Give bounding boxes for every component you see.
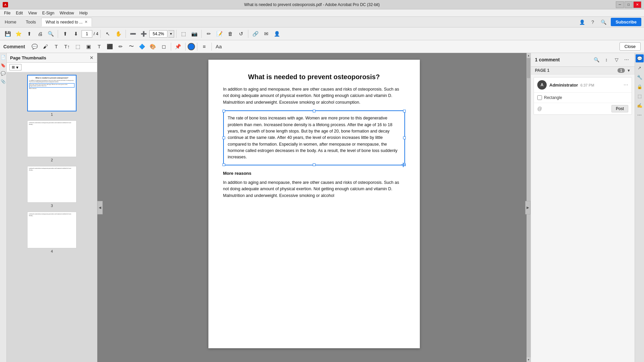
menu-file[interactable]: File [1,10,13,16]
hand-tool[interactable]: ✋ [113,29,123,39]
reply-at-icon[interactable]: @ [537,106,542,111]
shape-tool[interactable]: ⬚ [73,42,83,52]
fill-color-tool[interactable]: 🎨 [148,42,158,52]
sidebar-bookmark-icon[interactable]: 🔖 [0,62,6,68]
upload-button[interactable]: ⬆ [24,29,34,39]
zoom-input[interactable] [149,30,167,38]
freehand-tool[interactable]: 〜 [127,42,137,52]
highlight-tool[interactable]: 🖌 [41,42,51,52]
handle-top-left[interactable] [222,110,225,112]
thumbnail-page-1[interactable]: What is needed to prevent osteoporosis? … [9,75,94,116]
account-tool[interactable]: 👤 [272,29,282,39]
sticky-note-tool[interactable]: 💬 [30,42,40,52]
link-tool[interactable]: 🔗 [250,29,260,39]
annotation-tool[interactable]: 📝 [214,29,225,39]
email-tool[interactable]: ✉ [261,29,271,39]
close-button[interactable]: ✕ [633,1,641,8]
menu-esign[interactable]: E-Sign [40,10,57,16]
thumbnail-view-selector[interactable]: ⊞ ▼ [9,64,21,70]
zoom-in-button[interactable]: ➕ [139,29,149,39]
thumbnail-page-4[interactable]: continued content about osteoporosis pre… [9,212,94,253]
comments-search-icon[interactable]: 🔍 [592,56,600,64]
delete-tool[interactable]: 🗑 [225,29,235,39]
textbox-tool[interactable]: ▣ [84,42,94,52]
typewriter-tool[interactable]: T [94,42,104,52]
text-edit-tool[interactable]: ⬛ [105,42,115,52]
pencil-tool[interactable]: ✏ [116,42,126,52]
color-picker[interactable] [188,43,195,50]
subscribe-button[interactable]: Subscribe [611,18,641,26]
handle-top-right[interactable] [403,110,406,112]
pdf-para1: In addition to aging and menopause, ther… [223,86,405,106]
move-cursor-icon[interactable]: ✛ [401,161,406,169]
thumbnail-page-3[interactable]: continued content about osteoporosis pre… [9,166,94,208]
thumbnail-page-2[interactable]: continued content about osteoporosis pre… [9,120,94,162]
maximize-button[interactable]: □ [625,1,633,8]
marquee-zoom[interactable]: ⬚ [179,29,189,39]
select-tool[interactable]: ↖ [103,29,113,39]
menu-edit[interactable]: Edit [13,10,26,16]
tab-active[interactable]: What is needed to ... ✕ [41,18,92,27]
fr-comment-icon[interactable]: 💬 [636,54,644,62]
tab-tools[interactable]: Tools [21,17,41,27]
sidebar-page-icon[interactable]: 📄 [0,54,6,60]
handle-top-center[interactable] [313,110,315,112]
zoom-out-button[interactable]: ➖ [128,29,138,39]
pin-tool[interactable]: 📌 [173,42,183,52]
tab-close-icon[interactable]: ✕ [85,20,88,24]
handle-bottom-left[interactable] [222,163,225,166]
collapse-right-panel-button[interactable]: ▶ [525,201,531,214]
thumbnail-scroll-area[interactable]: What is needed to prevent osteoporosis? … [7,72,97,362]
erase-tool[interactable]: ◻ [159,42,169,52]
handle-bottom-center[interactable] [313,163,315,166]
collapse-left-panel-button[interactable]: ◀ [97,201,103,214]
prev-page-button[interactable]: ⬆ [60,29,70,39]
tab-home[interactable]: Home [0,17,21,27]
fr-protect-icon[interactable]: 🔒 [636,83,644,91]
sidebar-paperclip-icon[interactable]: 📎 [0,79,6,85]
menu-help[interactable]: Help [77,10,91,16]
comment-menu-icon[interactable]: ⋯ [624,82,628,88]
fr-scan-icon[interactable]: ⬚ [636,92,644,100]
thumbnail-panel-close[interactable]: ✕ [90,55,94,60]
page-number-input[interactable]: 1 [82,30,92,38]
close-comment-button[interactable]: Close [620,42,641,51]
font-size-tool[interactable]: Aa [214,42,224,52]
fr-sign-icon[interactable]: ✍ [636,101,644,109]
stamp-tool[interactable]: 🔷 [137,42,147,52]
touch-tool[interactable]: ✏ [204,29,214,39]
profile-icon[interactable]: 👤 [577,17,587,27]
comments-sort-icon[interactable]: ↕ [602,56,610,64]
fr-more-icon[interactable]: ⋯ [636,111,644,119]
handle-middle-right[interactable] [403,137,406,139]
handle-middle-left[interactable] [222,137,225,139]
menu-window[interactable]: Window [57,10,77,16]
snapshot-tool[interactable]: 📷 [189,29,199,39]
post-reply-button[interactable]: Post [611,105,628,112]
fr-share-icon[interactable]: ↗ [636,64,644,72]
annotation-box[interactable]: The rate of bone loss increases with age… [223,110,405,165]
comments-filter-icon[interactable]: ▽ [612,56,621,64]
callout-tool[interactable]: T↑ [62,42,72,52]
help-icon[interactable]: ? [588,17,597,27]
scroll-thumb[interactable] [527,58,530,78]
comment-checkbox[interactable] [537,95,542,100]
sidebar-comment-icon[interactable]: 💬 [0,70,6,76]
scroll-up-arrow[interactable]: ▲ [527,53,531,58]
fr-tools-icon[interactable]: 🔧 [636,73,644,81]
save-button[interactable]: 💾 [3,29,13,39]
scroll-down-arrow[interactable]: ▼ [527,357,531,362]
undo-tool[interactable]: ↺ [236,29,246,39]
text-tool[interactable]: T [51,42,61,52]
page-expand-icon[interactable]: ▼ [627,68,631,72]
print-button[interactable]: 🖨 [35,29,45,39]
next-page-button[interactable]: ⬇ [71,29,81,39]
comments-more-icon[interactable]: ⋯ [623,56,631,64]
lines-tool[interactable]: ≡ [199,42,209,52]
find-button[interactable]: 🔍 [46,29,56,39]
bookmark-button[interactable]: ⭐ [13,29,23,39]
minimize-button[interactable]: ─ [616,1,624,8]
search-icon[interactable]: 🔍 [599,17,608,27]
zoom-dropdown[interactable]: ▼ [168,30,174,38]
menu-view[interactable]: View [26,10,40,16]
